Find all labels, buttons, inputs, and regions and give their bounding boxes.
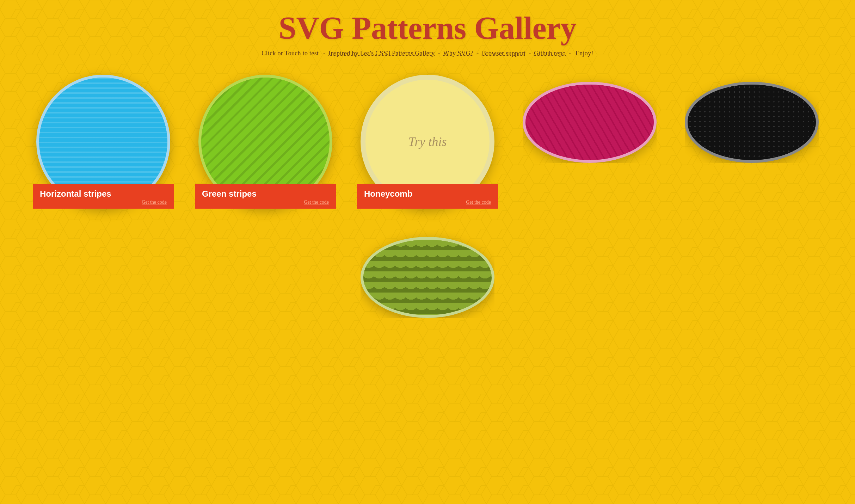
inspired-link[interactable]: Inspired by Lea's CSS3 Patterns Gallery — [328, 50, 435, 57]
browser-support-link[interactable]: Browser support — [482, 50, 525, 57]
github-link[interactable]: Github repo — [534, 50, 566, 57]
sep2: - — [438, 50, 442, 57]
sep5: - — [569, 50, 573, 57]
pattern-label-horizontal-stripes: Horizontal stripes Get the code — [33, 184, 174, 209]
page-title: SVG Patterns Gallery — [7, 11, 848, 45]
pattern-item-horizontal-stripes[interactable]: Horizontal stripes Get the code — [36, 75, 170, 209]
get-code-honeycomb[interactable]: Get the code — [364, 199, 491, 205]
pattern-circle-chevron[interactable] — [523, 82, 657, 163]
pattern-name-honeycomb: Honeycomb — [364, 189, 491, 199]
pattern-name-horizontal-stripes: Horizontal stripes — [40, 189, 167, 199]
sep1: - — [323, 50, 327, 57]
pattern-circle-dots[interactable] — [685, 82, 819, 163]
pattern-circle-scales[interactable] — [361, 237, 494, 318]
get-code-horizontal-stripes[interactable]: Get the code — [40, 199, 167, 205]
gallery-grid: Horizontal stripes Get the code Green st… — [0, 61, 855, 325]
click-touch-text: Click or Touch to test — [262, 50, 319, 57]
pattern-item-honeycomb[interactable]: Try this Honeycomb Get the code — [361, 75, 494, 209]
pattern-item-scales[interactable] — [361, 230, 494, 318]
enjoy-text: Enjoy! — [576, 50, 593, 57]
get-code-green-stripes[interactable]: Get the code — [202, 199, 329, 205]
pattern-item-chevron[interactable] — [523, 75, 657, 163]
pattern-item-green-stripes[interactable]: Green stripes Get the code — [198, 75, 332, 209]
pattern-label-honeycomb: Honeycomb Get the code — [357, 184, 498, 209]
header: SVG Patterns Gallery Click or Touch to t… — [0, 0, 855, 61]
pattern-label-green-stripes: Green stripes Get the code — [195, 184, 336, 209]
pattern-item-dots[interactable] — [685, 75, 819, 163]
sep3: - — [476, 50, 480, 57]
pattern-name-green-stripes: Green stripes — [202, 189, 329, 199]
why-svg-link[interactable]: Why SVG? — [443, 50, 474, 57]
subtitle: Click or Touch to test - Inspired by Lea… — [7, 50, 848, 57]
sep4: - — [529, 50, 533, 57]
